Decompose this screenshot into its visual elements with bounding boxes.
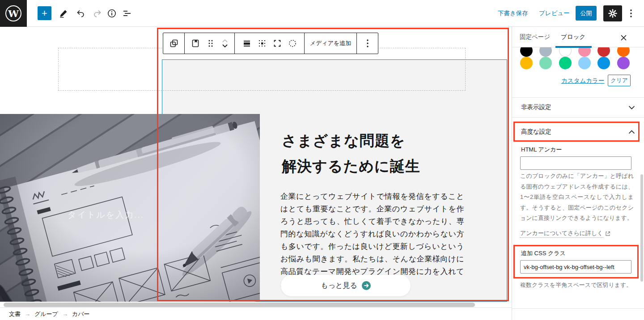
panel-hidden-settings-label: 非表示設定 bbox=[521, 103, 551, 111]
cover-heading[interactable]: さまざまな問題を 解決するために誕生 bbox=[282, 128, 420, 179]
color-swatch-vivid-purple[interactable] bbox=[617, 57, 630, 69]
color-swatch-vivid-green-cyan[interactable] bbox=[559, 57, 572, 69]
arrow-right-circle-icon bbox=[362, 281, 371, 290]
color-swatch-white[interactable] bbox=[559, 47, 572, 57]
gear-icon bbox=[608, 9, 617, 18]
clear-color-button[interactable]: クリア bbox=[608, 75, 631, 86]
full-height-toggle-button[interactable] bbox=[271, 37, 284, 50]
anchor-learn-more-label: アンカーについてさらに詳しく bbox=[520, 229, 603, 238]
cover-heading-line1: さまざまな問題を bbox=[282, 128, 420, 153]
wordpress-logo-button[interactable]: W bbox=[0, 0, 27, 27]
settings-sidebar: 固定ページ ブロック カスタムカラー クリア 非表示設定 高度な設定 HTML … bbox=[512, 27, 644, 320]
position-matrix-icon bbox=[258, 39, 267, 48]
add-media-button[interactable]: メディアを追加 bbox=[304, 39, 358, 47]
details-info-icon[interactable] bbox=[106, 8, 117, 19]
block-inserter-button[interactable]: + bbox=[38, 6, 51, 20]
wordpress-logo-icon: W bbox=[5, 5, 21, 21]
preview-button[interactable]: プレビュー bbox=[539, 9, 570, 17]
edit-mode-pencil-icon[interactable] bbox=[58, 8, 69, 19]
anchor-learn-more-link[interactable]: アンカーについてさらに詳しく bbox=[520, 229, 610, 238]
list-view-icon[interactable] bbox=[122, 8, 132, 19]
color-swatch-vivid-red[interactable] bbox=[597, 47, 610, 57]
close-icon bbox=[620, 34, 627, 41]
tab-block[interactable]: ブロック bbox=[561, 27, 585, 47]
settings-gear-button[interactable] bbox=[603, 5, 622, 21]
drag-handle[interactable] bbox=[204, 37, 217, 50]
breadcrumb: 文書 → グループ → カバー bbox=[0, 307, 512, 320]
align-bars-icon bbox=[242, 39, 251, 48]
breadcrumb-document[interactable]: 文書 bbox=[9, 310, 21, 318]
editor-canvas: タイトルを入力... さまざまな問題を 解決するために誕生 企業にとってウェブサ… bbox=[0, 27, 512, 307]
duotone-filter-button[interactable] bbox=[286, 37, 299, 50]
active-tab-underline bbox=[555, 46, 592, 48]
move-up-button[interactable] bbox=[221, 38, 229, 43]
cover-heading-line2: 解決するために誕生 bbox=[282, 153, 420, 179]
html-anchor-label: HTML アンカー bbox=[521, 146, 562, 154]
color-swatch-light-green-cyan[interactable] bbox=[539, 57, 552, 69]
post-title-placeholder[interactable]: タイトルを入力... bbox=[68, 209, 144, 221]
breadcrumb-arrow: → bbox=[62, 311, 68, 317]
panel-advanced-settings[interactable]: 高度な設定 bbox=[512, 122, 644, 142]
group-block-icon bbox=[169, 38, 179, 48]
sidebar-bottom-border bbox=[512, 308, 644, 309]
block-switcher-button[interactable] bbox=[168, 37, 180, 50]
chevron-up-icon bbox=[628, 130, 635, 134]
align-button[interactable] bbox=[241, 37, 253, 50]
css-class-help: 複数クラスを半角スペースで区切ります。 bbox=[520, 280, 634, 291]
color-swatch-black[interactable] bbox=[520, 47, 533, 57]
color-swatch-pale-pink[interactable] bbox=[578, 47, 591, 57]
panel-separator bbox=[512, 117, 644, 118]
more-button[interactable]: もっと見る bbox=[281, 275, 411, 296]
color-swatch-orange[interactable] bbox=[617, 47, 630, 57]
block-toolbar: メディアを追加 bbox=[163, 33, 378, 54]
options-menu-button[interactable] bbox=[626, 7, 636, 20]
sidebar-scrollbar[interactable] bbox=[640, 174, 643, 282]
more-button-label: もっと見る bbox=[321, 281, 357, 291]
save-draft-button[interactable]: 下書き保存 bbox=[498, 9, 528, 17]
panel-hidden-settings[interactable]: 非表示設定 bbox=[512, 97, 644, 117]
bookmark-block-icon bbox=[191, 38, 200, 48]
plus-icon: + bbox=[42, 8, 47, 18]
move-down-button[interactable] bbox=[221, 43, 229, 48]
custom-color-link[interactable]: カスタムカラー bbox=[561, 77, 604, 85]
full-height-icon bbox=[273, 39, 282, 48]
breadcrumb-group[interactable]: グループ bbox=[34, 310, 58, 318]
undo-button[interactable] bbox=[75, 8, 86, 19]
chevron-down-icon bbox=[628, 105, 635, 109]
tab-page[interactable]: 固定ページ bbox=[520, 27, 550, 47]
external-link-icon bbox=[605, 231, 610, 236]
duotone-circle-icon bbox=[288, 39, 297, 48]
panel-advanced-settings-label: 高度な設定 bbox=[521, 128, 551, 136]
redo-button[interactable] bbox=[92, 8, 103, 19]
color-swatch-amber[interactable] bbox=[520, 57, 533, 69]
block-options-button[interactable] bbox=[361, 37, 374, 50]
kebab-menu-icon bbox=[367, 39, 369, 47]
color-swatch-vivid-cyan-blue[interactable] bbox=[597, 57, 610, 69]
empty-group-block-outline[interactable] bbox=[58, 48, 466, 91]
close-sidebar-button[interactable] bbox=[619, 33, 628, 42]
html-anchor-help: このブロックのみに「アンカー」と呼ばれる固有のウェブアドレスを作成するには、1〜… bbox=[520, 171, 634, 223]
editor-topbar: W + 下書き保存 プレビュー 公開 bbox=[0, 0, 644, 27]
select-parent-block-button[interactable] bbox=[189, 37, 202, 50]
additional-css-class-input[interactable] bbox=[520, 260, 631, 274]
additional-css-class-label: 追加 CSS クラス bbox=[521, 249, 566, 257]
breadcrumb-cover[interactable]: カバー bbox=[72, 310, 90, 318]
color-swatch-cyan-bluish-gray[interactable] bbox=[539, 47, 552, 57]
drag-dots-icon bbox=[208, 39, 214, 47]
breadcrumb-arrow: → bbox=[25, 311, 30, 317]
html-anchor-input[interactable] bbox=[520, 156, 631, 170]
cover-background-image bbox=[0, 114, 260, 302]
content-position-button[interactable] bbox=[256, 37, 268, 50]
wordpress-block-editor: W + 下書き保存 プレビュー 公開 bbox=[0, 0, 644, 320]
horizontal-scrollbar[interactable] bbox=[4, 303, 475, 307]
color-swatch-pale-cyan-blue[interactable] bbox=[578, 57, 591, 69]
publish-button[interactable]: 公開 bbox=[576, 6, 597, 21]
